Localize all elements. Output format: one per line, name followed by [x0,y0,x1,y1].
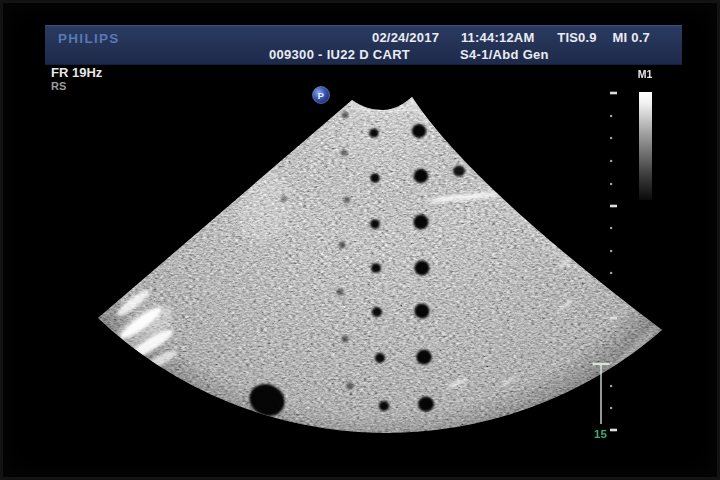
mi-value: MI 0.7 [613,30,650,45]
tis-value: TIS0.9 [557,30,597,45]
map-label: M1 [638,68,653,80]
transducer-preset: S4-1/Abd Gen [460,47,549,62]
orientation-marker-letter: P [318,90,325,101]
rs-label: RS [51,80,66,92]
frame-rate-label: FR 19Hz [51,65,102,80]
grayscale-bar [639,92,652,200]
header-status-line: 02/24/2017 11:44:12AM TIS0.9 MI 0.7 [372,30,650,45]
ultrasound-screen: P M1 15 PHILIPS 02/24/2017 11:44:12AM TI… [0,0,720,480]
philips-logo: PHILIPS [58,31,120,46]
depth-label: 15 [594,428,607,440]
fan-image [80,88,680,448]
sonogram-display: P M1 15 [0,0,720,480]
header-bar: PHILIPS 02/24/2017 11:44:12AM TIS0.9 MI … [45,25,682,65]
probe-orientation-marker: P [313,87,330,104]
date-value: 02/24/2017 [372,30,439,45]
system-id: 009300 - IU22 D CART [269,47,410,62]
depth-ruler [610,92,617,432]
time-value: 11:44:12AM [461,30,535,45]
